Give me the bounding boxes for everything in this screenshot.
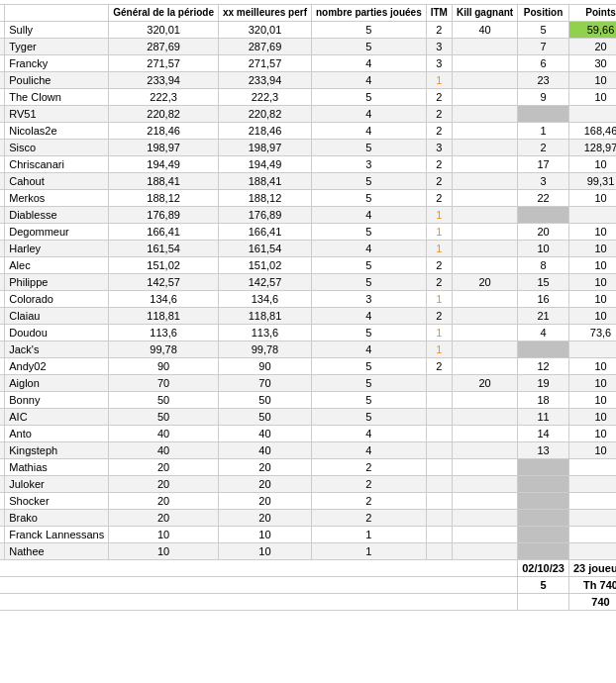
points-cell: 20 — [568, 39, 616, 55]
table-row: 13Degommeur166,41166,41512010 — [0, 224, 616, 241]
table-row: 19Doudou113,6113,651473,6 — [0, 325, 616, 342]
name-cell: Pouliche — [5, 72, 109, 89]
parties-cell: 4 — [312, 308, 427, 325]
parties-cell: 4 — [312, 342, 427, 358]
xx-cell: 287,69 — [218, 39, 311, 55]
position-cell — [518, 510, 569, 527]
general-cell: 220,82 — [109, 106, 219, 123]
xx-cell: 40 — [218, 426, 311, 442]
table-row: 22Aiglon70705201910 — [0, 375, 616, 392]
itm-cell — [426, 459, 452, 476]
points-cell: 10 — [568, 241, 616, 257]
xx-cell: 113,6 — [218, 325, 311, 342]
table-row: 10Cahout188,41188,4152399,31 — [0, 173, 616, 190]
position-cell: 1 — [518, 123, 569, 140]
parties-cell: 5 — [312, 190, 427, 207]
parties-cell: 4 — [312, 55, 427, 72]
position-cell: 14 — [518, 426, 569, 442]
name-cell: Nicolas2e — [5, 123, 109, 140]
itm-cell: 1 — [426, 342, 452, 358]
itm-cell — [426, 543, 452, 560]
name-cell: Colorado — [5, 291, 109, 308]
points-cell: 10 — [568, 375, 616, 392]
points-cell — [568, 543, 616, 560]
footer-empty — [0, 560, 518, 577]
header-kill: Kill gagnant — [452, 5, 517, 22]
general-cell: 198,97 — [109, 140, 219, 156]
xx-cell: 142,57 — [218, 274, 311, 291]
points-cell — [568, 459, 616, 476]
points-cell: 10 — [568, 156, 616, 173]
table-row: 3Francky271,57271,5743630 — [0, 55, 616, 72]
table-row: 17Colorado134,6134,6311610 — [0, 291, 616, 308]
itm-cell: 2 — [426, 274, 452, 291]
parties-cell: 4 — [312, 426, 427, 442]
kill-cell — [452, 156, 517, 173]
kill-cell — [452, 140, 517, 156]
table-row: 4Pouliche233,94233,94412310 — [0, 72, 616, 89]
general-cell: 113,6 — [109, 325, 219, 342]
itm-cell — [426, 392, 452, 409]
parties-cell: 2 — [312, 493, 427, 510]
name-cell: Nathee — [5, 543, 109, 560]
xx-cell: 50 — [218, 392, 311, 409]
kill-cell: 40 — [452, 22, 517, 39]
name-cell: RV51 — [5, 106, 109, 123]
points-cell: 30 — [568, 55, 616, 72]
xx-cell: 50 — [218, 409, 311, 426]
kill-cell: 20 — [452, 375, 517, 392]
position-cell — [518, 207, 569, 224]
itm-cell: 1 — [426, 291, 452, 308]
general-cell: 233,94 — [109, 72, 219, 89]
xx-cell: 166,41 — [218, 224, 311, 241]
position-cell: 7 — [518, 39, 569, 55]
itm-cell — [426, 510, 452, 527]
name-cell: Juloker — [5, 476, 109, 493]
footer-date: 02/10/23 — [518, 560, 569, 577]
footer-740: 740 — [568, 594, 616, 611]
itm-cell — [426, 476, 452, 493]
xx-cell: 271,57 — [218, 55, 311, 72]
points-cell: 168,46 — [568, 123, 616, 140]
itm-cell: 2 — [426, 89, 452, 106]
itm-cell: 1 — [426, 207, 452, 224]
xx-cell: 222,3 — [218, 89, 311, 106]
position-cell — [518, 527, 569, 543]
footer-th740: Th 740 — [568, 577, 616, 594]
name-cell: Mathias — [5, 459, 109, 476]
table-row: 15Alec151,02151,0252810 — [0, 257, 616, 274]
general-cell: 320,01 — [109, 22, 219, 39]
itm-cell — [426, 493, 452, 510]
itm-cell: 2 — [426, 123, 452, 140]
general-cell: 20 — [109, 510, 219, 527]
position-cell: 18 — [518, 392, 569, 409]
parties-cell: 4 — [312, 72, 427, 89]
table-row: 27Mathias20202 — [0, 459, 616, 476]
general-cell: 10 — [109, 543, 219, 560]
general-cell: 188,12 — [109, 190, 219, 207]
xx-cell: 118,81 — [218, 308, 311, 325]
position-cell: 11 — [518, 409, 569, 426]
position-cell: 15 — [518, 274, 569, 291]
kill-cell — [452, 342, 517, 358]
table-row: 9Chriscanari194,49194,49321710 — [0, 156, 616, 173]
parties-cell: 5 — [312, 257, 427, 274]
kill-cell — [452, 257, 517, 274]
general-cell: 90 — [109, 358, 219, 375]
points-cell — [568, 493, 616, 510]
kill-cell — [452, 224, 517, 241]
parties-cell: 5 — [312, 22, 427, 39]
name-cell: Sisco — [5, 140, 109, 156]
name-cell: Diablesse — [5, 207, 109, 224]
name-cell: Anto — [5, 426, 109, 442]
kill-cell — [452, 409, 517, 426]
points-cell — [568, 106, 616, 123]
itm-cell: 2 — [426, 308, 452, 325]
header-position: Position — [518, 5, 569, 22]
table-row: 26Kingsteph404041310 — [0, 442, 616, 459]
itm-cell: 2 — [426, 173, 452, 190]
parties-cell: 5 — [312, 325, 427, 342]
general-cell: 20 — [109, 493, 219, 510]
table-row: 12Diablesse176,89176,8941 — [0, 207, 616, 224]
xx-cell: 320,01 — [218, 22, 311, 39]
